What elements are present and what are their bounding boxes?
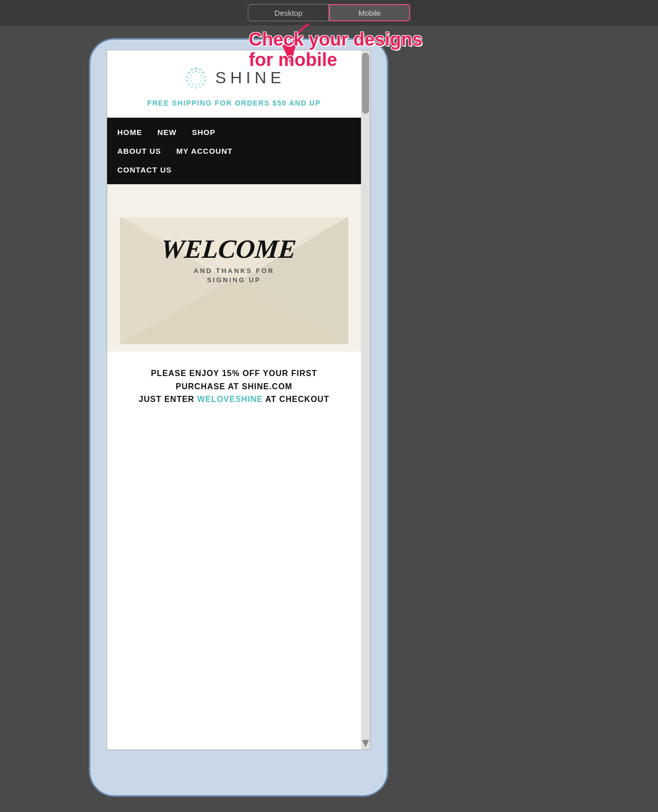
toolbar: Desktop Mobile: [0, 0, 658, 25]
free-shipping-text: FREE SHIPPING FOR ORDERS $50 AND UP: [147, 99, 321, 107]
svg-point-24: [189, 78, 191, 79]
logo-text: SHINE: [215, 69, 285, 87]
mobile-button[interactable]: Mobile: [329, 4, 410, 21]
nav-row-3: CONTACT US: [117, 160, 351, 179]
scrollbar-arrow-down[interactable]: [362, 740, 369, 747]
svg-point-14: [191, 69, 193, 71]
nav-about-us[interactable]: ABOUT US: [117, 147, 161, 155]
svg-text:AND THANKS FOR: AND THANKS FOR: [194, 267, 275, 275]
svg-point-18: [202, 78, 203, 79]
logo-area: SHINE: [183, 64, 285, 91]
nav-bar: HOME NEW SHOP ABOUT US MY ACCOUNT CONTAC…: [107, 118, 361, 184]
svg-point-8: [195, 87, 197, 89]
nav-row-2: ABOUT US MY ACCOUNT: [117, 142, 351, 160]
svg-point-26: [192, 72, 194, 74]
svg-point-22: [192, 83, 194, 85]
svg-point-11: [186, 80, 188, 82]
svg-point-23: [190, 81, 192, 82]
nav-new[interactable]: NEW: [157, 128, 177, 137]
svg-point-13: [188, 72, 190, 74]
svg-point-12: [186, 76, 188, 78]
envelope-container: WELCOME AND THANKS FOR SIGNING UP: [107, 184, 361, 352]
svg-point-1: [195, 67, 197, 70]
scrollbar-track[interactable]: [361, 50, 370, 750]
svg-point-7: [199, 86, 201, 88]
svg-point-16: [199, 72, 200, 74]
svg-point-6: [202, 83, 204, 85]
svg-point-19: [201, 81, 202, 82]
envelope-image: WELCOME AND THANKS FOR SIGNING UP: [110, 187, 358, 349]
nav-row-1: HOME NEW SHOP: [117, 123, 351, 142]
promo-code: WELOVESHINE: [197, 395, 262, 403]
phone-screen: SHINE FREE SHIPPING FOR ORDERS $50 AND U…: [107, 50, 371, 750]
promo-line2: PURCHASE AT SHINE.COM: [176, 382, 292, 391]
svg-point-17: [201, 75, 202, 76]
svg-point-4: [204, 76, 206, 78]
promo-line3-post: AT CHECKOUT: [263, 395, 330, 403]
promo-text: PLEASE ENJOY 15% OFF YOUR FIRST PURCHASE…: [117, 367, 351, 406]
phone-frame: SHINE FREE SHIPPING FOR ORDERS $50 AND U…: [89, 38, 388, 797]
nav-my-account[interactable]: MY ACCOUNT: [176, 147, 233, 155]
screen-content: SHINE FREE SHIPPING FOR ORDERS $50 AND U…: [107, 50, 361, 750]
svg-point-15: [195, 71, 196, 72]
promo-section: PLEASE ENJOY 15% OFF YOUR FIRST PURCHASE…: [107, 352, 361, 421]
email-header: SHINE FREE SHIPPING FOR ORDERS $50 AND U…: [107, 50, 361, 118]
desktop-button[interactable]: Desktop: [248, 4, 329, 21]
svg-point-10: [188, 83, 190, 85]
svg-point-20: [199, 83, 200, 85]
svg-text:SIGNING UP: SIGNING UP: [207, 276, 261, 284]
welcome-area: WELCOME AND THANKS FOR SIGNING UP: [107, 184, 361, 352]
scrollbar-thumb[interactable]: [362, 53, 369, 114]
nav-contact-us[interactable]: CONTACT US: [117, 165, 172, 174]
svg-point-2: [199, 69, 201, 71]
svg-point-9: [191, 86, 193, 88]
nav-home[interactable]: HOME: [117, 128, 142, 137]
svg-point-3: [202, 72, 204, 74]
nav-shop[interactable]: SHOP: [192, 128, 216, 137]
svg-point-5: [204, 80, 206, 82]
logo-icon: [183, 64, 209, 91]
svg-point-21: [195, 84, 196, 85]
svg-text:WELCOME: WELCOME: [160, 234, 298, 263]
svg-point-25: [190, 75, 192, 76]
promo-line1: PLEASE ENJOY 15% OFF YOUR FIRST: [151, 369, 317, 378]
promo-line3-pre: JUST ENTER: [139, 395, 197, 403]
